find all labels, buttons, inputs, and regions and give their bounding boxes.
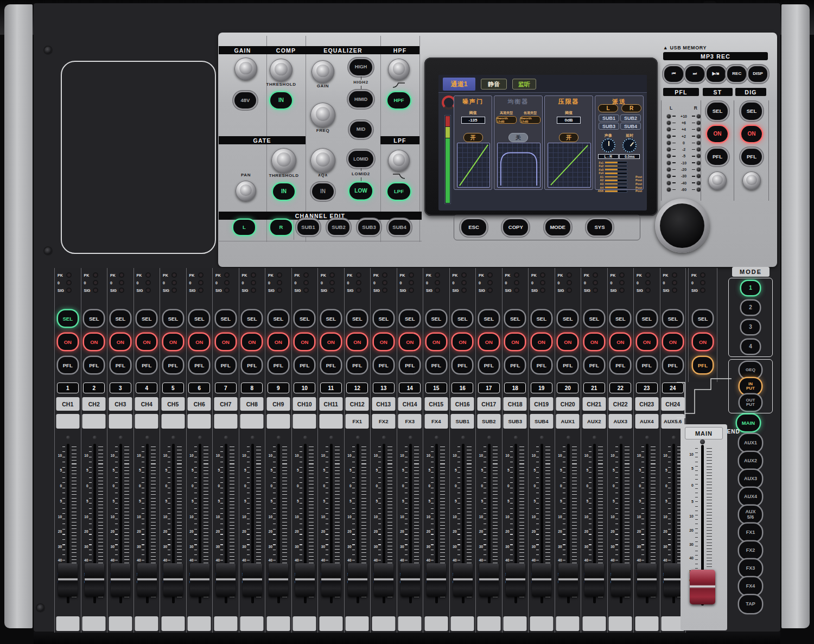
on-button[interactable]: ON <box>189 334 209 350</box>
channel-fader[interactable]: 10505102030405060 <box>476 439 502 613</box>
st-on-button[interactable]: ON <box>707 126 728 142</box>
pfl-button[interactable]: PFL <box>242 357 262 373</box>
on-button[interactable]: ON <box>321 334 341 350</box>
lpf-knob[interactable] <box>388 150 410 171</box>
pfl-button[interactable]: PFL <box>453 357 472 373</box>
sel-button[interactable]: SEL <box>216 310 236 327</box>
sel-button[interactable]: SEL <box>663 310 683 327</box>
sel-button[interactable]: SEL <box>269 310 288 327</box>
on-button[interactable]: ON <box>427 334 446 350</box>
sel-button[interactable]: SEL <box>558 310 577 327</box>
channel-fader[interactable]: 10505102030405060 <box>529 439 555 613</box>
gate-threshold-value[interactable]: -135 <box>461 117 485 124</box>
sel-button[interactable]: SEL <box>610 310 630 327</box>
send-pan-dial[interactable] <box>601 138 615 152</box>
mp3-button-button[interactable]: ▶/■ <box>707 66 726 82</box>
fader-cap[interactable] <box>137 563 157 597</box>
fader-cap[interactable] <box>374 563 393 597</box>
sel-button[interactable]: SEL <box>295 310 314 327</box>
channel-fader[interactable]: 10505102030405060 <box>397 439 423 613</box>
channel-fader[interactable]: 10505102030405060 <box>503 439 529 613</box>
sel-button[interactable]: SEL <box>137 310 156 327</box>
sel-button[interactable]: SEL <box>242 310 262 327</box>
copy-button[interactable]: COPY <box>503 219 528 235</box>
sel-button[interactable]: SEL <box>163 310 183 327</box>
send-fx2-button[interactable]: FX2 <box>739 541 762 559</box>
on-button[interactable]: ON <box>58 334 78 350</box>
fader-cap[interactable] <box>58 563 78 597</box>
dig-pfl-button[interactable]: PFL <box>741 149 762 165</box>
on-button[interactable]: ON <box>584 334 604 350</box>
on-button[interactable]: ON <box>532 334 551 350</box>
mode-3-button[interactable]: 3 <box>741 320 760 334</box>
gate-in-button[interactable]: IN <box>273 183 295 200</box>
send-aux4-button[interactable]: AUX4 <box>739 488 762 506</box>
sel-button[interactable]: SEL <box>505 310 525 327</box>
channel-fader[interactable]: 10505102030405060 <box>581 439 607 613</box>
pfl-button[interactable]: PFL <box>374 357 393 373</box>
on-button[interactable]: ON <box>347 334 367 350</box>
on-button[interactable]: ON <box>242 334 262 350</box>
edit-sub3-button[interactable]: SUB3 <box>358 220 380 235</box>
route-sub4-button[interactable]: SUB4 <box>620 123 641 130</box>
dig-level-knob[interactable] <box>742 171 761 190</box>
eq-freq-knob[interactable] <box>310 103 335 127</box>
on-button[interactable]: ON <box>479 334 499 350</box>
master-on-button[interactable]: ON <box>693 334 713 350</box>
pfl-button[interactable]: PFL <box>637 357 657 373</box>
eq-q-knob[interactable] <box>310 148 335 173</box>
on-button[interactable]: ON <box>637 334 657 350</box>
pfl-button[interactable]: PFL <box>505 357 525 373</box>
comp-in-button[interactable]: IN <box>270 92 292 109</box>
on-button[interactable]: ON <box>163 334 183 350</box>
send-tap-button[interactable]: TAP <box>739 595 762 613</box>
sel-button[interactable]: SEL <box>321 310 341 327</box>
on-button[interactable]: ON <box>610 334 630 350</box>
hpf-button[interactable]: HPF <box>387 92 410 109</box>
channel-fader[interactable]: 10505102030405060 <box>107 439 133 613</box>
fader-cap[interactable] <box>400 563 420 597</box>
pfl-button[interactable]: PFL <box>269 357 288 373</box>
route-r-button[interactable]: R <box>621 104 641 112</box>
channel-fader[interactable]: 10505102030405060 <box>634 439 660 613</box>
on-button[interactable]: ON <box>137 334 156 350</box>
channel-fader[interactable]: 10505102030405060 <box>292 439 318 613</box>
phantom-48v-button[interactable]: 48V <box>234 92 256 109</box>
edit-l-button[interactable]: L <box>233 220 255 235</box>
mode-2-button[interactable]: 2 <box>741 301 760 315</box>
mp3-disp-button[interactable]: DISP <box>748 66 767 82</box>
sel-button[interactable]: SEL <box>58 310 78 327</box>
geq-button[interactable]: GEQ <box>740 362 761 378</box>
pfl-button[interactable]: PFL <box>321 357 341 373</box>
channel-fader[interactable]: 10505102030405060 <box>608 439 634 613</box>
on-button[interactable]: ON <box>374 334 393 350</box>
sel-button[interactable]: SEL <box>637 310 657 327</box>
jog-wheel[interactable] <box>655 199 709 253</box>
comp-threshold-value[interactable]: 0dB <box>557 117 581 124</box>
tab-channel1[interactable]: 通道1 <box>443 78 475 91</box>
channel-fader[interactable]: 10505102030405060 <box>81 439 107 613</box>
on-button[interactable]: ON <box>663 334 683 350</box>
fader-cap[interactable] <box>269 563 288 597</box>
channel-fader[interactable]: 10505102030405060 <box>187 439 213 613</box>
fader-cap[interactable] <box>506 563 525 597</box>
fader-cap[interactable] <box>85 563 104 597</box>
on-button[interactable]: ON <box>453 334 472 350</box>
st-pfl-button[interactable]: PFL <box>707 149 728 165</box>
in-put-button[interactable]: IN PUT <box>740 378 761 394</box>
pfl-button[interactable]: PFL <box>189 357 209 373</box>
gate-threshold-knob[interactable] <box>271 148 296 173</box>
sel-button[interactable]: SEL <box>189 310 209 327</box>
channel-fader[interactable]: 10505102030405060 <box>160 439 186 613</box>
route-sub2-button[interactable]: SUB2 <box>620 114 641 122</box>
fader-cap[interactable] <box>243 563 262 597</box>
master-sel-button[interactable]: SEL <box>693 310 713 327</box>
eq-high-button[interactable]: HIGH <box>349 59 372 75</box>
sel-button[interactable]: SEL <box>479 310 499 327</box>
pfl-button[interactable]: PFL <box>58 357 78 373</box>
pfl-button[interactable]: PFL <box>295 357 314 373</box>
channel-fader[interactable]: 10505102030405060 <box>134 439 160 613</box>
route-sub3-button[interactable]: SUB3 <box>599 123 619 130</box>
channel-fader[interactable]: 10505102030405060 <box>318 439 344 613</box>
fader-cap[interactable] <box>584 563 604 597</box>
